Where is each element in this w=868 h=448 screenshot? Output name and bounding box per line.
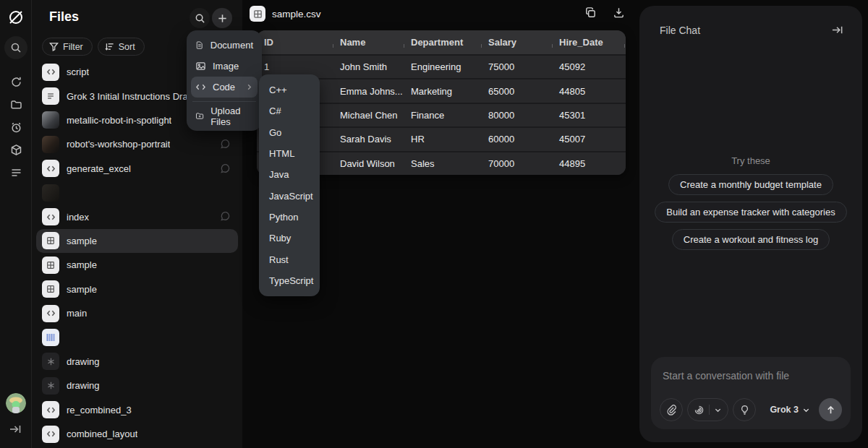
filter-button[interactable]: Filter xyxy=(42,38,93,56)
spreadsheet-file-icon xyxy=(42,232,59,249)
image-icon xyxy=(195,61,206,72)
file-row-sample[interactable]: sample xyxy=(36,277,238,301)
submenu-item-ruby[interactable]: Ruby xyxy=(259,228,320,249)
suggestion-pill[interactable]: Build an expense tracker with categories xyxy=(655,202,846,223)
download-icon[interactable] xyxy=(613,7,625,19)
menu-item-document[interactable]: Document xyxy=(191,35,258,56)
chat-bubble-icon[interactable] xyxy=(220,211,231,222)
code-file-icon xyxy=(42,208,59,225)
file-row-sample[interactable]: sample xyxy=(36,253,238,277)
list-lines-icon[interactable] xyxy=(4,160,27,184)
file-row-code[interactable]: generate_excel xyxy=(36,157,238,181)
code-file-icon xyxy=(42,160,59,177)
file-row-drawing[interactable]: drawing xyxy=(36,350,238,374)
code-file-icon xyxy=(42,305,59,322)
menu-item-image[interactable]: Image xyxy=(191,56,258,77)
collapse-chat-icon[interactable] xyxy=(831,24,843,36)
file-row-drawing[interactable]: drawing xyxy=(36,374,238,397)
column-header[interactable]: Name xyxy=(333,37,404,48)
menu-divider xyxy=(192,101,256,102)
code-file-icon xyxy=(42,401,59,418)
file-row-combined-layout[interactable]: combined_layout xyxy=(36,422,238,446)
menu-item-code[interactable]: Code xyxy=(191,77,258,98)
grok-logo-icon[interactable] xyxy=(7,9,25,26)
drawing-file-icon xyxy=(42,377,59,395)
filter-icon xyxy=(49,42,59,51)
suggestion-pill[interactable]: Create a workout and fitness log xyxy=(672,229,830,250)
chevron-right-icon xyxy=(245,83,253,91)
deepsearch-icon xyxy=(694,405,705,415)
chat-bubble-icon[interactable] xyxy=(220,139,231,150)
bar-chart-thumbnail-icon xyxy=(42,329,59,346)
table-header-row: ID Name Department Salary Hire_Date xyxy=(257,30,626,54)
csv-file-icon xyxy=(250,6,265,22)
submenu-item-rust[interactable]: Rust xyxy=(259,249,320,270)
column-header[interactable]: ID xyxy=(257,37,333,48)
chat-input-card[interactable]: Grok 3 xyxy=(651,357,851,429)
column-header[interactable]: Hire_Date xyxy=(552,37,626,48)
file-row-image[interactable]: robot's-workshop-portrait xyxy=(36,132,238,156)
sort-button[interactable]: Sort xyxy=(98,38,145,56)
chevron-down-icon xyxy=(802,406,810,414)
search-icon[interactable] xyxy=(4,36,27,59)
model-selector[interactable]: Grok 3 xyxy=(770,405,810,415)
expand-sidebar-icon[interactable] xyxy=(9,423,23,437)
spreadsheet-file-icon xyxy=(42,257,59,274)
submenu-item-javascript[interactable]: JavaScript xyxy=(259,185,320,206)
submenu-item-go[interactable]: Go xyxy=(259,122,320,143)
submenu-item-java[interactable]: Java xyxy=(259,164,320,185)
copy-icon[interactable] xyxy=(584,7,597,19)
menu-item-upload-files[interactable]: Upload Files xyxy=(191,105,258,126)
submenu-item-python[interactable]: Python xyxy=(259,207,320,228)
sort-icon xyxy=(105,42,114,51)
code-icon xyxy=(195,82,206,92)
sort-label: Sort xyxy=(119,42,135,52)
document-file-icon xyxy=(42,87,59,105)
cube-icon[interactable] xyxy=(4,138,27,161)
code-file-icon xyxy=(42,64,59,81)
user-avatar[interactable] xyxy=(6,393,26,413)
image-thumbnail-icon xyxy=(42,111,59,129)
file-row-chart[interactable] xyxy=(36,325,238,349)
chat-bubble-icon[interactable] xyxy=(220,163,231,174)
arrow-up-icon xyxy=(825,405,836,415)
file-row-thumbnail[interactable] xyxy=(36,181,238,204)
deepsearch-button[interactable] xyxy=(687,398,728,421)
alarm-clock-icon[interactable] xyxy=(4,116,27,139)
file-row-re-combined[interactable]: re_combined_3 xyxy=(36,397,238,421)
files-title: Files xyxy=(49,9,79,25)
icon-rail xyxy=(0,0,32,448)
attach-icon[interactable] xyxy=(660,398,683,421)
add-file-button[interactable] xyxy=(212,8,232,28)
image-thumbnail-icon xyxy=(42,184,59,202)
image-thumbnail-icon xyxy=(42,136,59,153)
upload-folder-icon xyxy=(195,111,204,121)
sidebar-search-button[interactable] xyxy=(190,8,210,28)
suggestion-pill[interactable]: Create a monthly budget template xyxy=(668,174,833,195)
file-row-sample-selected[interactable]: sample xyxy=(36,229,238,253)
submenu-item-cpp[interactable]: C++ xyxy=(259,79,320,100)
chat-input[interactable] xyxy=(663,370,836,382)
column-header[interactable]: Salary xyxy=(481,37,552,48)
divider xyxy=(709,405,710,415)
code-language-submenu: C++ C# Go HTML Java JavaScript Python Ru… xyxy=(259,74,320,296)
submenu-item-typescript[interactable]: TypeScript xyxy=(259,270,320,291)
try-these-label: Try these xyxy=(639,155,862,166)
drawing-file-icon xyxy=(42,353,59,370)
submenu-item-csharp[interactable]: C# xyxy=(259,100,320,121)
send-button[interactable] xyxy=(819,398,842,421)
file-row-index[interactable]: index xyxy=(36,204,238,228)
document-icon xyxy=(195,40,204,51)
filter-label: Filter xyxy=(63,42,83,52)
code-file-icon xyxy=(42,426,59,443)
model-name: Grok 3 xyxy=(770,405,799,415)
file-row-main[interactable]: main xyxy=(36,301,238,325)
chevron-down-icon xyxy=(714,406,722,414)
submenu-item-html[interactable]: HTML xyxy=(259,143,320,164)
think-icon[interactable] xyxy=(733,398,756,421)
refresh-icon[interactable] xyxy=(4,70,27,93)
file-title: sample.csv xyxy=(272,9,321,20)
folder-icon[interactable] xyxy=(4,92,27,116)
spreadsheet-file-icon xyxy=(42,280,59,298)
column-header[interactable]: Department xyxy=(404,37,481,48)
